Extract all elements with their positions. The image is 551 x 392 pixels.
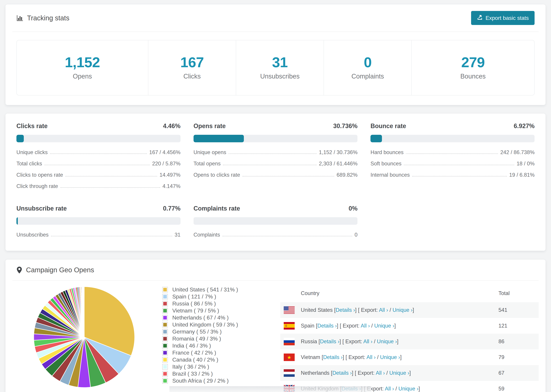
rate-detail-label: Total clicks xyxy=(16,161,42,167)
rate-detail-row: Total opens 2,303 / 61.446% xyxy=(194,158,358,169)
legend-item[interactable]: United Kingdom ( 59 / 3% ) xyxy=(162,321,280,328)
rate-progress-track xyxy=(194,135,358,142)
legend-swatch xyxy=(162,287,168,293)
legend-swatch xyxy=(162,315,168,321)
bottom-shadow-band xyxy=(170,386,371,392)
export-all-link[interactable]: All › xyxy=(379,307,388,313)
export-basic-stats-button[interactable]: Export basic stats xyxy=(471,11,535,25)
page-title: Tracking stats xyxy=(27,14,69,22)
rate-detail-row: Clicks to opens rate 14.497% xyxy=(16,169,181,181)
dotted-leader xyxy=(242,176,334,176)
rate-detail-label: Soft bounces xyxy=(370,161,402,167)
dotted-leader xyxy=(44,165,150,165)
legend-item[interactable]: Russia ( 86 / 5% ) xyxy=(162,300,280,307)
legend-item[interactable]: Canada ( 40 / 2% ) xyxy=(162,356,280,363)
country-flag-icon xyxy=(284,369,295,377)
dotted-leader xyxy=(60,187,160,188)
rate-detail-label: Clicks to opens rate xyxy=(16,172,63,178)
legend-swatch xyxy=(162,294,168,300)
legend-item[interactable]: Vietnam ( 79 / 5% ) xyxy=(162,307,280,314)
details-link[interactable]: Details › xyxy=(318,323,337,329)
legend-label: United Kingdom ( 59 / 3% ) xyxy=(172,322,238,328)
export-all-link[interactable]: All › xyxy=(376,370,385,376)
export-all-link[interactable]: All › xyxy=(385,386,394,392)
legend-item[interactable]: Brazil ( 33 / 2% ) xyxy=(162,370,280,377)
dotted-leader xyxy=(229,154,317,154)
rate-block: Opens rate 30.736% Unique opens 1,152 / … xyxy=(194,122,358,192)
stat-label: Clicks xyxy=(148,73,236,80)
legend-item[interactable]: Romania ( 49 / 3% ) xyxy=(162,335,280,342)
rates-grid: Clicks rate 4.46% Unique clicks 167 / 4.… xyxy=(16,122,535,240)
rate-value: 30.736% xyxy=(333,122,357,130)
export-label: Export: xyxy=(347,354,365,360)
rate-detail-value: 18 / 0% xyxy=(517,161,535,167)
stat-value: 0 xyxy=(324,54,411,71)
export-unique-link[interactable]: Unique › xyxy=(380,354,400,360)
rate-progress-track xyxy=(16,135,181,142)
rate-detail-label: Click through rate xyxy=(16,183,58,189)
stat-label: Complaints xyxy=(324,73,411,80)
export-unique-link[interactable]: Unique › xyxy=(398,386,418,392)
rate-progress-fill xyxy=(16,135,24,142)
legend-item[interactable]: United States ( 541 / 31% ) xyxy=(162,286,280,293)
legend-item[interactable]: France ( 42 / 2% ) xyxy=(162,349,280,356)
dotted-leader xyxy=(65,176,157,176)
geo-header: Campaign Geo Opens xyxy=(6,260,545,280)
legend-label: Italy ( 36 / 2% ) xyxy=(172,364,209,370)
legend-swatch xyxy=(162,350,168,356)
legend-item[interactable]: Netherlands ( 67 / 4% ) xyxy=(162,314,280,321)
rate-title: Complaints rate xyxy=(194,205,240,212)
export-unique-link[interactable]: Unique › xyxy=(389,370,409,376)
dotted-leader xyxy=(222,236,352,236)
header-divider xyxy=(12,31,539,32)
legend-item[interactable]: India ( 46 / 3% ) xyxy=(162,342,280,349)
rate-progress-fill xyxy=(370,135,382,142)
rate-detail-label: Hard bounces xyxy=(370,149,403,155)
details-link[interactable]: Details › xyxy=(332,370,352,376)
rate-progress-fill xyxy=(194,135,244,142)
geo-table-row: Vietnam [Details ›] [ Export: All › / Un… xyxy=(280,350,539,365)
legend-item[interactable]: Spain ( 121 / 7% ) xyxy=(162,293,280,300)
country-flag-icon xyxy=(284,322,295,329)
rate-detail-value: 19 / 6.81% xyxy=(509,172,535,178)
legend-label: India ( 46 / 3% ) xyxy=(172,343,211,349)
country-total: 541 xyxy=(498,307,535,313)
pie-slice-slice[interactable] xyxy=(84,287,84,337)
export-unique-link[interactable]: Unique › xyxy=(374,323,394,329)
stat-label: Opens xyxy=(17,73,148,80)
export-all-link[interactable]: All › xyxy=(363,338,372,344)
geo-table-body: United States [Details ›] [ Export: All … xyxy=(280,302,539,392)
details-link[interactable]: Details › xyxy=(323,354,343,360)
export-all-link[interactable]: All › xyxy=(367,354,376,360)
export-unique-link[interactable]: Unique › xyxy=(377,338,397,344)
stat-card: 0 Complaints xyxy=(324,40,412,95)
stat-value: 167 xyxy=(148,54,236,71)
legend-item[interactable]: Germany ( 55 / 3% ) xyxy=(162,328,280,335)
export-icon xyxy=(477,14,483,21)
export-label: Export: xyxy=(344,338,362,344)
legend-swatch xyxy=(162,329,168,335)
legend-label: Vietnam ( 79 / 5% ) xyxy=(172,308,219,314)
legend-item[interactable]: Italy ( 36 / 2% ) xyxy=(162,363,280,370)
rate-block: Unsubscribe rate 0.77% Unsubscribes 31 xyxy=(16,205,181,240)
details-link[interactable]: Details › xyxy=(336,307,355,313)
details-link[interactable]: Details › xyxy=(320,338,339,344)
tracking-stats-header: Tracking stats Export basic stats xyxy=(6,4,545,31)
column-header-total: Total xyxy=(498,290,535,296)
legend-item[interactable]: South Africa ( 29 / 2% ) xyxy=(162,377,280,384)
export-unique-link[interactable]: Unique › xyxy=(393,307,413,313)
map-pin-icon xyxy=(16,266,22,274)
rate-detail-value: 14.497% xyxy=(160,172,180,178)
rate-detail-row: Opens to clicks rate 689.82% xyxy=(194,169,358,181)
rate-detail-row: Unsubscribes 31 xyxy=(16,229,181,240)
export-label: Export: xyxy=(341,323,360,329)
rate-title: Unsubscribe rate xyxy=(16,205,67,212)
dotted-leader xyxy=(50,154,147,154)
dotted-leader xyxy=(404,165,514,165)
country-flag-icon xyxy=(284,354,295,361)
geo-table-row: Russia [Details ›] [ Export: All › / Uni… xyxy=(280,334,539,350)
country-name: Russia xyxy=(301,338,317,344)
summary-stats-strip: 1,152 Opens 167 Clicks 31 Unsubscribes 0… xyxy=(16,40,535,95)
legend-label: France ( 42 / 2% ) xyxy=(172,350,216,356)
export-all-link[interactable]: All › xyxy=(361,323,370,329)
